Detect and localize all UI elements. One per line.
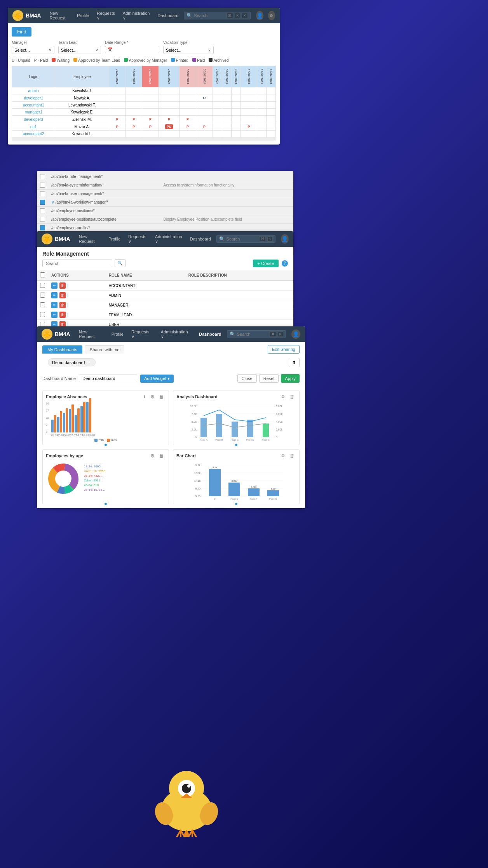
nav-requests-3[interactable]: Requests ∨ — [126, 234, 150, 244]
nav-dashboard-1[interactable]: Dashboard — [155, 13, 181, 18]
nav-new-request-1[interactable]: New Request — [47, 11, 71, 20]
perm-checkbox[interactable] — [40, 208, 45, 213]
nav-search-3[interactable]: 🔍 ⌘ K — [216, 235, 275, 243]
view-link[interactable]: | — [68, 283, 69, 288]
role-search-button[interactable]: 🔍 — [115, 259, 125, 267]
nav-avatar-4[interactable]: 👤 — [291, 329, 300, 339]
tab-my-dashboards[interactable]: My Dashboards — [42, 345, 82, 354]
link-accountant1[interactable]: accountant1 — [23, 103, 44, 107]
link-developer1[interactable]: developer1 — [24, 96, 43, 100]
reset-button[interactable]: Reset — [259, 374, 279, 383]
resize-dot-1[interactable] — [105, 444, 107, 446]
widget-settings-icon-3[interactable]: ⚙ — [149, 453, 156, 459]
edit-button[interactable]: ✏ — [51, 292, 58, 298]
widget-delete-icon-1[interactable]: 🗑 — [158, 394, 166, 400]
share-icon-button[interactable]: ⬆ — [289, 358, 300, 367]
nav-requests-4[interactable]: Requests ∨ — [129, 329, 155, 339]
nav-administration-1[interactable]: Administration ∨ — [120, 11, 152, 21]
widget-delete-icon-3[interactable]: 🗑 — [158, 453, 166, 459]
table-scrollbar[interactable] — [12, 138, 276, 141]
widget-settings-icon-2[interactable]: ⚙ — [279, 394, 287, 400]
search-kbd-x: ✕ — [242, 13, 248, 18]
perm-checkbox[interactable] — [40, 191, 45, 196]
help-icon[interactable]: ? — [282, 260, 288, 267]
badge-P: P — [166, 117, 172, 122]
table-row: accountant2 Kownacki L. — [12, 131, 276, 138]
search-input-4[interactable] — [237, 332, 268, 336]
link-manager1[interactable]: manager1 — [25, 110, 42, 114]
nav-avatar-3[interactable]: 👤 — [281, 234, 289, 244]
row-checkbox[interactable] — [40, 293, 45, 298]
nav-profile-4[interactable]: Profile — [109, 332, 126, 336]
bar-max — [54, 415, 56, 432]
apply-button[interactable]: Apply — [281, 374, 300, 383]
nav-profile-1[interactable]: Profile — [75, 13, 91, 18]
close-button[interactable]: Close — [237, 374, 257, 383]
delete-button[interactable]: 🗑 — [59, 312, 66, 318]
nav-requests-1[interactable]: Requests ∨ — [94, 11, 117, 21]
edit-button[interactable]: ✏ — [51, 312, 58, 318]
delete-button[interactable]: 🗑 — [59, 282, 66, 289]
widget-info-icon-1[interactable]: ℹ — [142, 394, 147, 400]
edit-button[interactable]: ✏ — [51, 302, 58, 308]
vactype-select[interactable]: Select... ∨ — [163, 46, 214, 54]
nav-search-4[interactable]: 🔍 ⌘ K — [227, 330, 286, 338]
nav-dashboard-3[interactable]: Dashboard — [188, 237, 213, 241]
view-link[interactable]: | — [68, 293, 69, 297]
tab-shared-with-me[interactable]: Shared with me — [85, 345, 124, 354]
resize-dot-2[interactable] — [235, 444, 237, 446]
table-row: developer1 Nowak A. U — [12, 94, 276, 102]
role-name-cell: TEAM_LEAD — [106, 310, 185, 320]
nav-settings-1[interactable]: ⚙ — [268, 11, 275, 20]
row-checkbox[interactable] — [40, 322, 45, 327]
link-developer3[interactable]: developer3 — [24, 117, 43, 122]
link-admin[interactable]: admin — [28, 89, 39, 93]
nav-administration-3[interactable]: Administration ∨ — [153, 234, 185, 244]
select-all-checkbox[interactable] — [40, 272, 45, 277]
resize-dot-4[interactable] — [235, 503, 237, 505]
role-search-input[interactable] — [42, 260, 112, 267]
widget-settings-icon-1[interactable]: ⚙ — [149, 394, 156, 400]
search-input-3[interactable] — [227, 237, 258, 241]
widget-body-1: 36 27 18 9 0 — [46, 402, 166, 442]
widget-delete-icon-2[interactable]: 🗑 — [288, 394, 296, 400]
nav-search-1[interactable]: 🔍 ⌘ K ✕ — [184, 12, 251, 19]
view-link[interactable]: | — [68, 322, 69, 326]
create-role-button[interactable]: + Create — [253, 260, 279, 267]
daterange-input[interactable]: 📅 — [105, 46, 159, 53]
teamlead-select[interactable]: Select... ∨ — [58, 46, 101, 54]
resize-dot-3[interactable] — [105, 503, 107, 505]
perm-checkbox[interactable] — [40, 183, 45, 188]
view-link[interactable]: | — [68, 303, 69, 307]
row-checkbox[interactable] — [40, 302, 45, 307]
badge-P: P — [131, 124, 136, 129]
search-input-1[interactable] — [194, 13, 225, 18]
find-button[interactable]: Find — [12, 27, 31, 37]
widget-settings-icon-4[interactable]: ⚙ — [279, 453, 287, 459]
delete-button[interactable]: 🗑 — [59, 302, 66, 308]
perm-checkbox-partial[interactable] — [40, 200, 45, 205]
nav-profile-3[interactable]: Profile — [106, 237, 123, 241]
link-qa1[interactable]: qa1 — [30, 125, 37, 129]
dashboard-name-input[interactable] — [79, 375, 137, 382]
row-checkbox[interactable] — [40, 283, 45, 288]
delete-button[interactable]: 🗑 — [59, 292, 66, 298]
nav-new-request-3[interactable]: New Request — [77, 234, 103, 244]
nav-administration-4[interactable]: Administration ∨ — [159, 329, 193, 339]
nav-avatar-1[interactable]: 👤 — [256, 11, 263, 20]
row-checkbox[interactable] — [40, 312, 45, 317]
widget-delete-icon-4[interactable]: 🗑 — [288, 453, 296, 459]
manager-select[interactable]: Select... ∨ — [12, 46, 54, 54]
expand-icon[interactable]: ∨ — [51, 200, 54, 204]
nav-dashboard-4[interactable]: Dashboard — [197, 332, 223, 336]
demo-dashboard-pill[interactable]: Demo dashboard ⋮ — [48, 358, 96, 366]
perm-checkbox-checked[interactable] — [40, 225, 45, 230]
view-link[interactable]: | — [68, 312, 69, 317]
nav-new-request-4[interactable]: New Request — [77, 329, 106, 339]
edit-sharing-button[interactable]: Edit Sharing — [268, 345, 300, 354]
perm-checkbox[interactable] — [40, 217, 45, 222]
link-accountant2[interactable]: accountant2 — [23, 132, 44, 136]
edit-button[interactable]: ✏ — [51, 282, 58, 289]
perm-checkbox[interactable] — [40, 174, 45, 179]
add-widget-button[interactable]: Add Widget ▾ — [140, 375, 174, 383]
